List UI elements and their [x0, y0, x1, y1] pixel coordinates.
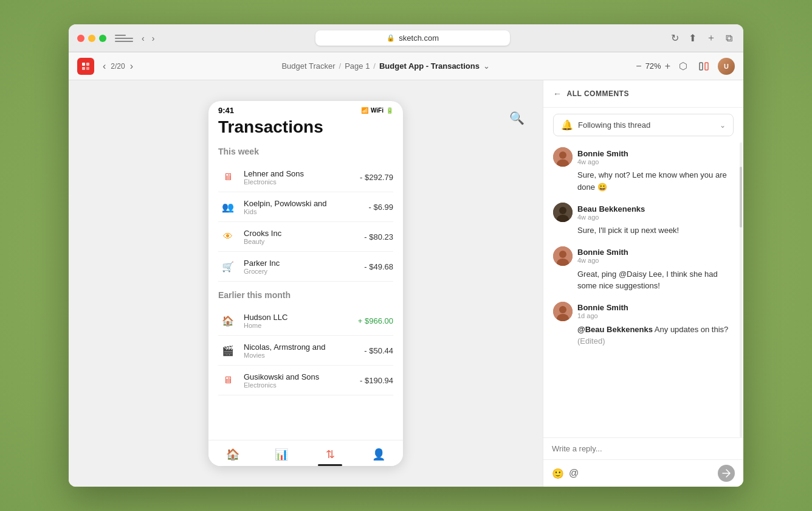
- phone-nav-stats[interactable]: 📊: [257, 445, 306, 464]
- address-bar[interactable]: 🔒 sketch.com: [315, 30, 510, 46]
- comment-group: Bonnie Smith 4w ago Sure, why not? Let m…: [553, 147, 734, 193]
- send-button[interactable]: [718, 465, 735, 482]
- phone-mockup: 9:41 📶 WiFi 🔋 Transactions This week 🖥: [208, 101, 403, 466]
- breadcrumb-dropdown-icon[interactable]: ⌄: [483, 61, 490, 71]
- breadcrumb-parent[interactable]: Budget Tracker: [281, 61, 335, 71]
- chevron-down-icon: ⌄: [720, 121, 726, 130]
- section-month-title: Earlier this month: [218, 290, 393, 300]
- phone-nav-profile[interactable]: 👤: [354, 445, 403, 464]
- mention-button[interactable]: @: [569, 468, 579, 479]
- page-nav: ‹ 2/20 ›: [100, 60, 136, 73]
- comment-author: Beau Bekkenenks: [577, 204, 645, 214]
- comment-author: Bonnie Smith: [577, 149, 628, 158]
- comments-list: Bonnie Smith 4w ago Sure, why not? Let m…: [543, 142, 743, 437]
- edited-label: (Edited): [577, 336, 605, 346]
- back-arrow-icon: ←: [553, 89, 562, 99]
- comment-meta: Bonnie Smith 1d ago: [577, 303, 628, 319]
- user-avatar[interactable]: U: [718, 58, 735, 75]
- next-page-button[interactable]: ›: [128, 60, 136, 73]
- phone-nav-home[interactable]: 🏠: [208, 445, 257, 464]
- traffic-lights: [77, 35, 106, 42]
- comment-body: Sure, I'll pick it up next week!: [577, 224, 734, 237]
- address-bar-wrapper: 🔒 sketch.com: [163, 30, 662, 46]
- comment-author: Bonnie Smith: [577, 248, 628, 257]
- tx-icon: 🖥: [218, 370, 238, 390]
- split-view-button[interactable]: [696, 60, 712, 73]
- toolbar-right: − 72% + ⬡ U: [636, 58, 735, 75]
- nav-buttons: ‹ ›: [139, 32, 157, 44]
- tx-category: Electronics: [244, 381, 354, 389]
- search-icon[interactable]: 🔍: [509, 111, 525, 125]
- prev-page-button[interactable]: ‹: [100, 60, 108, 73]
- tx-icon: 🏠: [218, 311, 238, 330]
- breadcrumb-mid[interactable]: Page 1: [345, 61, 370, 71]
- zoom-control: − 72% +: [636, 61, 670, 71]
- svg-rect-1: [86, 63, 89, 66]
- phone-nav-transactions[interactable]: ⇅: [306, 445, 354, 464]
- comment-time: 4w ago: [577, 257, 628, 264]
- tx-info: Hudson LLC Home: [244, 313, 352, 329]
- emoji-button[interactable]: 🙂: [552, 468, 564, 479]
- browser-titlebar: ‹ › 🔒 sketch.com ↻ ⬆ ＋ ⧉: [69, 24, 743, 52]
- comment-header: Bonnie Smith 1d ago: [553, 302, 734, 321]
- breadcrumb-active: Budget App - Transactions: [379, 61, 480, 71]
- svg-rect-5: [705, 63, 708, 70]
- tx-name: Koelpin, Powlowski and: [244, 199, 363, 208]
- svg-point-7: [559, 151, 566, 159]
- comment-meta: Bonnie Smith 4w ago: [577, 149, 628, 165]
- comment-time: 1d ago: [577, 312, 628, 319]
- app-canvas: 9:41 📶 WiFi 🔋 Transactions This week 🖥: [69, 80, 543, 487]
- minimize-button[interactable]: [88, 35, 95, 42]
- tx-icon: 🛒: [218, 257, 238, 276]
- zoom-out-button[interactable]: −: [636, 61, 641, 71]
- phone-nav: 🏠 📊 ⇅ 👤: [208, 440, 403, 466]
- section-week-title: This week: [218, 147, 393, 156]
- back-button[interactable]: ‹: [139, 32, 147, 44]
- share-button[interactable]: ⬆: [686, 31, 699, 45]
- app-toolbar: ‹ 2/20 › Budget Tracker / Page 1 / Budge…: [69, 52, 743, 80]
- reply-input[interactable]: [552, 444, 735, 453]
- tx-info: Crooks Inc Beauty: [244, 229, 358, 245]
- tx-amount: + $966.00: [358, 316, 393, 325]
- reply-actions: 🙂 @: [543, 459, 743, 487]
- battery-icon: 🔋: [386, 107, 393, 114]
- status-icons: 📶 WiFi 🔋: [361, 107, 393, 114]
- transaction-item: 🛒 Parker Inc Grocery - $49.68: [218, 252, 393, 282]
- sidebar-toggle-button[interactable]: [115, 32, 133, 44]
- toggle-line: [115, 38, 133, 39]
- tx-name: Crooks Inc: [244, 229, 358, 238]
- comment-time: 4w ago: [577, 214, 645, 221]
- comments-panel: ← ALL COMMENTS 🔔 Following this thread ⌄: [543, 80, 743, 487]
- new-tab-button[interactable]: ＋: [704, 30, 718, 46]
- close-button[interactable]: [77, 35, 84, 42]
- bell-icon: 🔔: [561, 119, 573, 131]
- external-link-button[interactable]: ⬡: [676, 59, 690, 73]
- zoom-in-button[interactable]: +: [665, 61, 670, 71]
- comment-avatar: [553, 302, 573, 321]
- comment-header: Bonnie Smith 4w ago: [553, 147, 734, 167]
- scrollbar-thumb[interactable]: [740, 167, 742, 228]
- browser-window: ‹ › 🔒 sketch.com ↻ ⬆ ＋ ⧉: [69, 24, 743, 487]
- transaction-item: 👥 Koelpin, Powlowski and Kids - $6.99: [218, 192, 393, 222]
- tx-icon: 👥: [218, 197, 238, 217]
- thread-follow-control[interactable]: 🔔 Following this thread ⌄: [553, 114, 734, 136]
- tx-info: Koelpin, Powlowski and Kids: [244, 199, 363, 215]
- page-counter: 2/20: [111, 62, 125, 71]
- comment-meta: Bonnie Smith 4w ago: [577, 248, 628, 264]
- scrollbar-track[interactable]: [740, 142, 742, 437]
- tx-amount: - $6.99: [369, 203, 393, 212]
- tx-category: Kids: [244, 208, 363, 215]
- zoom-level: 72%: [645, 61, 661, 71]
- breadcrumb: Budget Tracker / Page 1 / Budget App - T…: [142, 61, 630, 71]
- reload-button[interactable]: ↻: [669, 31, 681, 45]
- comment-avatar: [553, 203, 573, 222]
- phone-status-bar: 9:41 📶 WiFi 🔋: [208, 101, 403, 117]
- forward-button[interactable]: ›: [150, 32, 157, 44]
- breadcrumb-sep: /: [339, 61, 342, 71]
- main-content: 9:41 📶 WiFi 🔋 Transactions This week 🖥: [69, 80, 743, 487]
- tab-overview-button[interactable]: ⧉: [723, 32, 735, 45]
- app-icon: [77, 58, 94, 75]
- svg-point-10: [559, 207, 566, 214]
- comments-header[interactable]: ← ALL COMMENTS: [543, 80, 743, 108]
- maximize-button[interactable]: [99, 35, 106, 42]
